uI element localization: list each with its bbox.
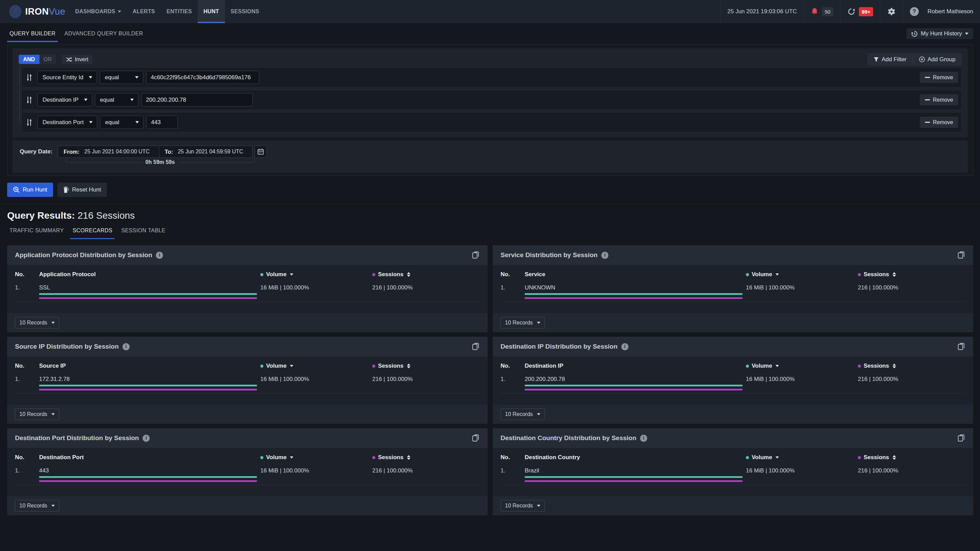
column-sessions[interactable]: Sessions (858, 454, 966, 461)
column-volume[interactable]: Volume (260, 271, 372, 278)
column-category[interactable]: Service (525, 271, 746, 278)
info-icon[interactable]: i (640, 435, 647, 442)
info-icon[interactable]: i (123, 343, 130, 350)
remove-filter-button[interactable]: Remove (920, 72, 958, 83)
records-per-page-select[interactable]: 10 Records (501, 408, 545, 420)
logic-toggle: AND OR (19, 55, 56, 64)
column-no[interactable]: No. (15, 362, 39, 369)
row-category-value[interactable]: 200.200.200.78 (525, 376, 565, 382)
date-from-field[interactable]: From: 25 Jun 2021 04:00:00 UTC (58, 146, 159, 157)
results-tabs: TRAFFIC SUMMARYSCORECARDSSESSION TABLE (10, 221, 973, 240)
records-per-page-select[interactable]: 10 Records (501, 500, 545, 511)
row-category-value[interactable]: UNKNOWN (525, 284, 555, 291)
column-volume[interactable]: Volume (746, 362, 858, 369)
reorder-icon[interactable] (25, 118, 33, 127)
row-category-value[interactable]: 172.31.2.78 (39, 376, 70, 382)
copy-icon[interactable] (957, 433, 966, 443)
filter-field-select[interactable]: Destination Port (37, 116, 97, 129)
column-category[interactable]: Source IP (39, 362, 260, 369)
row-category-cell: SSL (39, 284, 260, 299)
copy-icon[interactable] (472, 342, 480, 351)
sort-desc-icon (775, 365, 779, 367)
filter-value-input[interactable] (146, 71, 259, 84)
remove-filter-button[interactable]: Remove (920, 94, 958, 105)
nav-item-entities[interactable]: ENTITIES (161, 0, 198, 23)
column-volume[interactable]: Volume (746, 454, 858, 461)
sessions-bar (39, 297, 257, 299)
and-toggle[interactable]: AND (19, 55, 40, 64)
records-per-page-select[interactable]: 10 Records (15, 317, 59, 329)
refresh-area[interactable]: 99+ (840, 0, 880, 23)
nav-item-sessions[interactable]: SESSIONS (225, 0, 265, 23)
settings[interactable] (880, 0, 903, 23)
info-icon[interactable]: i (156, 252, 163, 259)
filter-field-select[interactable]: Source Entity Id (37, 71, 97, 84)
help-icon[interactable]: ? (910, 7, 919, 16)
column-volume[interactable]: Volume (260, 362, 372, 369)
records-per-page-select[interactable]: 10 Records (15, 500, 59, 511)
volume-dot (260, 365, 263, 368)
column-category[interactable]: Application Protocol (39, 271, 260, 278)
or-toggle[interactable]: OR (40, 55, 56, 64)
tab-advanced-query-builder[interactable]: ADVANCED QUERY BUILDER (64, 23, 143, 44)
column-category[interactable]: Destination Country (525, 454, 746, 461)
column-category[interactable]: Destination Port (39, 454, 260, 461)
add-group-button[interactable]: Add Group (913, 53, 962, 66)
column-sessions[interactable]: Sessions (858, 362, 966, 369)
column-no[interactable]: No. (501, 271, 525, 278)
run-hunt-button[interactable]: Run Hunt (7, 183, 53, 197)
copy-icon[interactable] (472, 251, 480, 259)
brand[interactable]: IRONVue (0, 0, 65, 23)
date-to-field[interactable]: To: 25 Jun 2021 04:59:59 UTC (159, 146, 252, 157)
records-per-page-select[interactable]: 10 Records (15, 408, 59, 420)
volume-bar (39, 293, 257, 295)
tab-session-table[interactable]: SESSION TABLE (121, 221, 165, 240)
reorder-icon[interactable] (25, 73, 33, 82)
filter-operator-select[interactable]: equal (100, 71, 143, 84)
tab-traffic-summary[interactable]: TRAFFIC SUMMARY (10, 221, 64, 240)
info-icon[interactable]: i (143, 435, 150, 442)
minus-icon (925, 77, 930, 78)
info-icon[interactable]: i (621, 343, 628, 350)
filter-value-input[interactable] (141, 93, 253, 106)
column-sessions[interactable]: Sessions (858, 271, 966, 278)
tab-query-builder[interactable]: QUERY BUILDER (10, 23, 56, 44)
alerts-bell[interactable]: 50 (804, 0, 840, 23)
add-filter-button[interactable]: Add Filter (867, 53, 913, 66)
filter-operator-select[interactable]: equal (100, 116, 143, 129)
records-per-page-select[interactable]: 10 Records (501, 317, 545, 329)
column-sessions[interactable]: Sessions (372, 362, 480, 369)
row-category-value[interactable]: 443 (39, 467, 49, 474)
filter-operator-select[interactable]: equal (95, 93, 138, 106)
column-no[interactable]: No. (501, 362, 525, 369)
sessions-dot (372, 456, 375, 459)
nav-item-hunt[interactable]: HUNT (198, 0, 225, 23)
tab-scorecards[interactable]: SCORECARDS (73, 221, 112, 240)
nav-item-dashboards[interactable]: DASHBOARDS (69, 0, 127, 23)
row-category-value[interactable]: Brazil (525, 467, 539, 474)
calendar-button[interactable] (255, 146, 267, 158)
column-no[interactable]: No. (15, 271, 39, 278)
column-sessions[interactable]: Sessions (372, 271, 480, 278)
copy-icon[interactable] (957, 251, 966, 259)
info-icon[interactable]: i (601, 252, 608, 259)
copy-icon[interactable] (472, 433, 480, 443)
copy-icon[interactable] (957, 342, 966, 351)
column-no[interactable]: No. (15, 454, 39, 461)
reset-hunt-button[interactable]: Reset Hunt (57, 183, 107, 197)
column-category[interactable]: Destination IP (525, 362, 746, 369)
column-sessions[interactable]: Sessions (372, 454, 480, 461)
column-no[interactable]: No. (501, 454, 525, 461)
user-area[interactable]: ? Robert Mathieson (903, 0, 980, 23)
column-volume[interactable]: Volume (260, 454, 372, 461)
nav-item-alerts[interactable]: ALERTS (127, 0, 161, 23)
filter-value-input[interactable] (146, 116, 178, 129)
remove-filter-button[interactable]: Remove (920, 117, 958, 128)
column-volume[interactable]: Volume (746, 271, 858, 278)
reorder-icon[interactable] (25, 96, 33, 104)
row-category-cell: 200.200.200.78 (525, 376, 746, 391)
filter-field-select[interactable]: Destination IP (37, 93, 92, 106)
my-hunt-history-button[interactable]: My Hunt History (907, 28, 973, 39)
invert-button[interactable]: Invert (62, 55, 92, 64)
row-category-value[interactable]: SSL (39, 284, 50, 291)
